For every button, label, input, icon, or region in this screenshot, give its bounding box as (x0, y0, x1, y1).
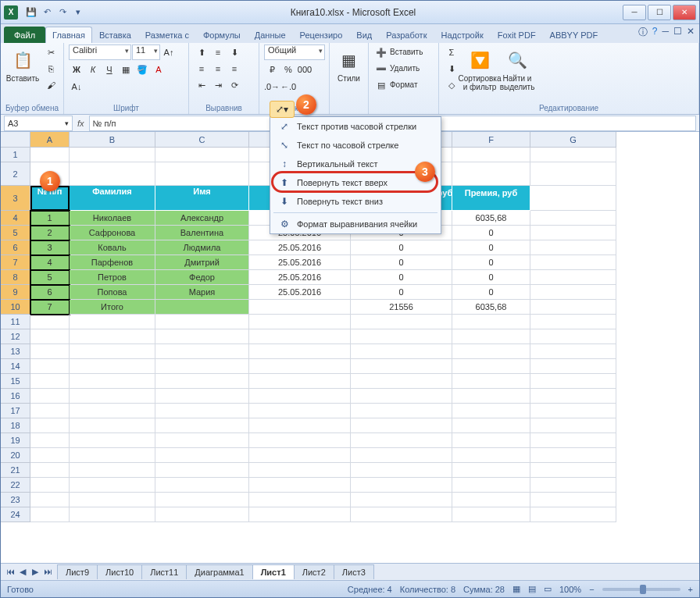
row-header[interactable]: 4 (1, 211, 30, 226)
cell[interactable] (530, 148, 616, 162)
cells-delete-button[interactable]: ➖Удалить (373, 61, 420, 77)
cell[interactable]: Фамилия (70, 186, 155, 211)
zoom-out-icon[interactable]: − (589, 585, 594, 594)
number-format-combo[interactable]: Общий (264, 44, 325, 60)
cell[interactable] (530, 404, 616, 418)
col-header-G[interactable]: G (530, 132, 616, 148)
cell[interactable] (351, 493, 452, 507)
cell[interactable] (452, 448, 530, 463)
cell[interactable] (452, 433, 530, 448)
tab-insert[interactable]: Вставка (92, 27, 138, 43)
cell[interactable] (351, 418, 452, 433)
align-center-icon[interactable]: ≡ (210, 61, 226, 77)
row-header[interactable]: 9 (1, 285, 30, 300)
cell[interactable] (30, 315, 70, 329)
cell[interactable] (530, 211, 616, 226)
cell[interactable]: 2 (30, 226, 70, 240)
cut-icon[interactable]: ✂ (43, 44, 59, 60)
cells-insert-button[interactable]: ➕Вставить (373, 44, 423, 60)
cell[interactable]: 0 (452, 270, 530, 285)
cell[interactable] (155, 148, 249, 162)
tab-home[interactable]: Главная (45, 27, 92, 43)
cell[interactable]: 21556 (351, 300, 452, 315)
find-select-button[interactable]: 🔍 Найти и выделить (500, 44, 534, 91)
help-icon[interactable]: ? (652, 26, 658, 39)
close-button[interactable]: ✕ (673, 5, 696, 20)
styles-button[interactable]: ▦ Стили (334, 44, 363, 83)
row-header[interactable]: 1 (1, 148, 30, 162)
row-header[interactable]: 14 (1, 359, 30, 374)
tab-developer[interactable]: Разработк (379, 27, 434, 43)
save-icon[interactable]: 💾 (24, 5, 38, 20)
cell[interactable] (351, 344, 452, 359)
zoom-slider[interactable] (602, 588, 680, 591)
cell[interactable]: Петров (70, 270, 155, 285)
cell[interactable] (351, 359, 452, 374)
cells-format-button[interactable]: ▤Формат (373, 77, 418, 93)
cell[interactable] (452, 507, 530, 522)
row-header[interactable]: 10 (1, 300, 30, 315)
doc-close-icon[interactable]: ✕ (687, 26, 695, 39)
cell[interactable] (530, 162, 616, 186)
format-painter-icon[interactable]: 🖌 (43, 77, 59, 93)
col-header-C[interactable]: C (155, 132, 249, 148)
cell[interactable] (30, 404, 70, 418)
underline-icon[interactable]: Ч (102, 62, 117, 77)
cell[interactable] (155, 418, 249, 433)
cell[interactable] (452, 493, 530, 507)
cell[interactable]: 25.05.2016 (249, 255, 351, 270)
sheet-tab[interactable]: Лист3 (334, 564, 374, 579)
cell[interactable] (351, 404, 452, 418)
bold-icon[interactable]: Ж (69, 62, 84, 77)
cell[interactable] (70, 404, 155, 418)
cell[interactable] (70, 433, 155, 448)
menu-ccw[interactable]: ⤢Текст против часовой стрелки (270, 117, 441, 136)
cell[interactable]: 25.05.2016 (249, 240, 351, 255)
cell[interactable] (530, 507, 616, 522)
cell[interactable] (452, 463, 530, 478)
decrease-indent-icon[interactable]: ⇤ (194, 77, 209, 93)
currency-icon[interactable]: ₽ (264, 62, 280, 77)
cell[interactable] (351, 389, 452, 404)
font-color-icon[interactable]: A (151, 62, 166, 77)
align-top-icon[interactable]: ⬆ (194, 44, 209, 60)
paste-button[interactable]: 📋 Вставить (5, 44, 40, 83)
cell[interactable] (452, 315, 530, 329)
cell[interactable] (249, 418, 351, 433)
cell[interactable] (530, 315, 616, 329)
row-header[interactable]: 5 (1, 226, 30, 240)
undo-icon[interactable]: ↶ (40, 5, 54, 20)
autosum-icon[interactable]: Σ (444, 44, 459, 60)
tab-addins[interactable]: Надстройк (434, 27, 490, 43)
comma-icon[interactable]: 000 (297, 62, 312, 77)
fill-color-icon[interactable]: 🪣 (134, 62, 150, 77)
cell[interactable]: Дмитрий (155, 255, 249, 270)
col-header-F[interactable]: F (452, 132, 530, 148)
col-header-B[interactable]: B (70, 132, 155, 148)
row-header[interactable]: 15 (1, 374, 30, 389)
cell[interactable] (530, 344, 616, 359)
cell[interactable] (351, 315, 452, 329)
cell[interactable] (30, 433, 70, 448)
cell[interactable] (155, 359, 249, 374)
cell[interactable] (70, 148, 155, 162)
minimize-button[interactable]: ─ (623, 5, 646, 20)
cell[interactable] (452, 374, 530, 389)
cell[interactable] (30, 478, 70, 493)
menu-format-align[interactable]: ⚙Формат выравнивания ячейки (270, 215, 441, 233)
cell[interactable] (70, 493, 155, 507)
cell[interactable] (249, 404, 351, 418)
redo-icon[interactable]: ↷ (55, 5, 70, 20)
cell[interactable]: 5 (30, 270, 70, 285)
font-size-combo[interactable]: 11 (132, 44, 160, 60)
cell[interactable] (70, 359, 155, 374)
cell[interactable] (70, 448, 155, 463)
cell[interactable] (30, 389, 70, 404)
view-pagebreak-icon[interactable]: ▭ (544, 584, 552, 594)
zoom-in-icon[interactable]: + (688, 585, 693, 594)
cell[interactable] (249, 433, 351, 448)
cell[interactable] (30, 344, 70, 359)
cell[interactable] (70, 162, 155, 186)
cell[interactable] (249, 448, 351, 463)
qat-more-icon[interactable]: ▾ (71, 5, 85, 20)
